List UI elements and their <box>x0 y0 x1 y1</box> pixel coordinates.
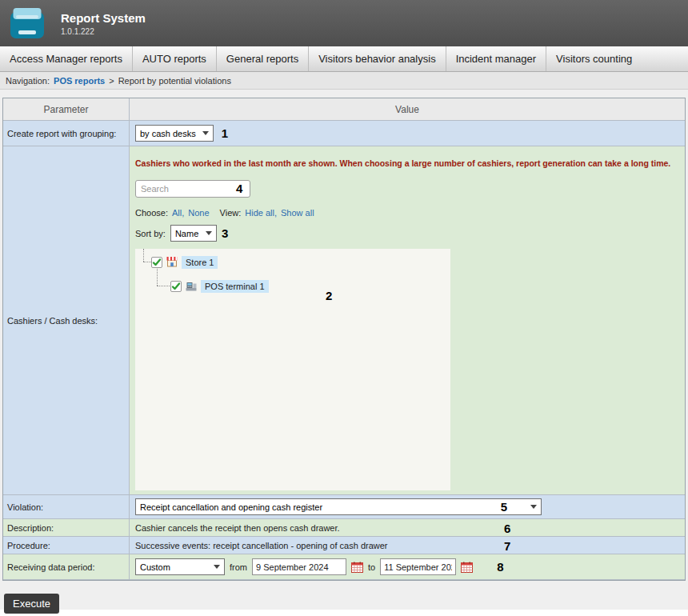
breadcrumb-separator: > <box>109 76 114 86</box>
to-label: to <box>368 562 375 572</box>
annotation-4: 4 <box>236 182 242 195</box>
period-select[interactable]: Custom <box>135 558 225 575</box>
cashiers-label: Cashiers / Cash desks: <box>7 316 98 326</box>
description-label: Description: <box>7 523 54 533</box>
cashiers-value-cell: Cashiers who worked in the last month ar… <box>130 146 685 495</box>
menu-item-visitors-behavior-analysis[interactable]: Visitors behavior analysis <box>308 46 445 71</box>
content-area: Parameter Value Create report with group… <box>0 90 688 610</box>
menu-item-general-reports[interactable]: General reports <box>216 46 308 71</box>
param-label-violation: Violation: <box>3 495 130 519</box>
param-label-description: Description: <box>3 519 130 537</box>
violation-select[interactable]: Receipt cancellation and opening cash re… <box>135 498 542 515</box>
procedure-text: Successive events: receipt cancellation … <box>135 541 388 550</box>
violation-label: Violation: <box>7 502 43 512</box>
calendar-icon[interactable] <box>461 562 473 573</box>
description-value-cell: Cashier cancels the receipt then opens c… <box>130 519 685 537</box>
sort-select[interactable]: Name <box>170 225 217 242</box>
app-logo-icon <box>8 6 48 41</box>
procedure-label: Procedure: <box>7 541 50 550</box>
sort-select-value: Name <box>175 229 198 238</box>
app-version: 1.0.1.222 <box>61 27 146 36</box>
chevron-down-icon <box>202 131 209 135</box>
execute-button[interactable]: Execute <box>4 594 59 614</box>
annotation-6: 6 <box>504 521 510 534</box>
app-header: Report System 1.0.1.222 <box>0 0 688 46</box>
grouping-select[interactable]: by cash desks <box>135 125 214 142</box>
period-value-cell: Custom from to <box>130 554 685 580</box>
annotation-7: 7 <box>504 538 510 552</box>
chevron-down-icon <box>214 565 220 569</box>
view-label: View: <box>220 208 242 218</box>
breadcrumb: Navigation: POS reports > Report by pote… <box>0 72 688 90</box>
annotation-1: 1 <box>222 126 228 140</box>
param-label-cashiers: Cashiers / Cash desks: <box>3 146 130 495</box>
pos-terminal-icon <box>185 279 198 294</box>
period-label: Receiving data period: <box>7 562 94 572</box>
chevron-down-icon <box>206 231 212 235</box>
search-input[interactable] <box>135 180 250 198</box>
tree-item-pos-terminal[interactable]: POS terminal 1 <box>170 279 269 294</box>
sort-by-label: Sort by: <box>135 229 166 238</box>
checkbox-checked[interactable] <box>170 281 182 292</box>
choose-none-link[interactable]: None <box>188 208 209 218</box>
store-icon <box>166 255 178 270</box>
page: Report System 1.0.1.222 Access Manager r… <box>0 0 688 610</box>
calendar-icon[interactable] <box>351 562 363 573</box>
breadcrumb-link-pos-reports[interactable]: POS reports <box>54 76 105 86</box>
selection-links-line: Choose: All, None View: Hide all, Show a… <box>135 208 685 218</box>
period-select-value: Custom <box>140 562 170 572</box>
chevron-down-icon <box>530 505 537 509</box>
parameters-table: Parameter Value Create report with group… <box>2 98 686 581</box>
hide-all-link[interactable]: Hide all, <box>245 208 277 218</box>
grouping-value-cell: by cash desks 1 <box>130 121 685 146</box>
from-label: from <box>230 562 247 572</box>
date-from-input[interactable] <box>252 558 346 575</box>
tree-item-label: Store 1 <box>182 256 218 269</box>
annotation-3: 3 <box>222 226 228 240</box>
date-to-input[interactable] <box>380 558 456 575</box>
tree-connector <box>157 286 170 286</box>
column-header-parameter: Parameter <box>3 98 130 121</box>
tree-item-store[interactable]: Store 1 <box>151 255 218 270</box>
description-text: Cashier cancels the receipt then opens c… <box>135 523 340 533</box>
menu-item-auto-reports[interactable]: AUTO reports <box>132 46 216 71</box>
tree-connector <box>143 249 144 262</box>
menu-item-incident-manager[interactable]: Incident manager <box>446 46 546 71</box>
app-title: Report System <box>61 11 146 25</box>
breadcrumb-current: Report by potential violations <box>118 76 231 86</box>
annotation-2: 2 <box>326 289 332 302</box>
show-all-link[interactable]: Show all <box>281 208 314 218</box>
sort-line: Sort by: Name 3 <box>135 225 685 242</box>
column-header-value: Value <box>130 98 685 121</box>
menu-item-access-manager-reports[interactable]: Access Manager reports <box>0 46 132 71</box>
menu-item-visitors-counting[interactable]: Visitors counting <box>546 46 642 71</box>
cashiers-warning-text: Cashiers who worked in the last month ar… <box>135 158 675 169</box>
choose-all-link[interactable]: All, <box>172 208 184 218</box>
grouping-select-value: by cash desks <box>140 129 196 138</box>
cashiers-search-wrap: 4 <box>135 180 263 198</box>
param-label-period: Receiving data period: <box>3 554 130 580</box>
tree-item-label: POS terminal 1 <box>201 280 269 293</box>
grouping-label: Create report with grouping: <box>7 129 116 138</box>
checkbox-checked[interactable] <box>151 257 162 268</box>
annotation-8: 8 <box>497 560 503 574</box>
main-menu: Access Manager reports AUTO reports Gene… <box>0 46 688 72</box>
choose-label: Choose: <box>135 208 168 218</box>
annotation-5: 5 <box>501 500 507 514</box>
param-label-grouping: Create report with grouping: <box>3 121 130 146</box>
tree-connector <box>143 262 151 262</box>
procedure-value-cell: Successive events: receipt cancellation … <box>130 537 685 554</box>
app-titles: Report System 1.0.1.222 <box>61 11 146 36</box>
violation-select-value: Receipt cancellation and opening cash re… <box>140 502 322 512</box>
param-label-procedure: Procedure: <box>3 537 130 554</box>
breadcrumb-label: Navigation: <box>6 76 50 86</box>
cashiers-tree-panel: Store 1 <box>135 249 450 490</box>
violation-value-cell: Receipt cancellation and opening cash re… <box>130 495 685 519</box>
